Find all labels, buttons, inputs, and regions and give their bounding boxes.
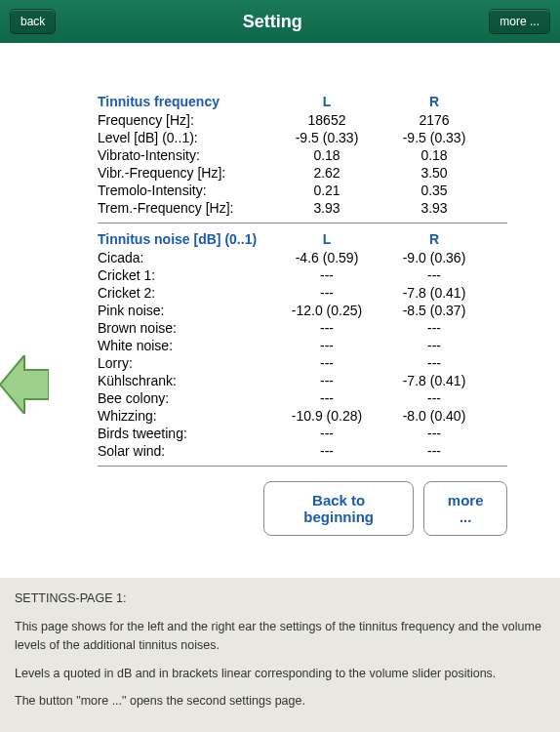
- noise-header-l: L: [273, 231, 380, 247]
- navbar: back Setting more ...: [0, 0, 560, 43]
- table-row: Trem.-Frequency [Hz]:3.933.93: [98, 199, 507, 217]
- footer-p3: The button "more ..." opens the second s…: [15, 692, 545, 711]
- footer-p1: This page shows for the left and the rig…: [15, 618, 545, 655]
- row-label: Solar wind:: [98, 443, 273, 459]
- table-row: Level [dB] (0..1):-9.5 (0.33)-9.5 (0.33): [98, 129, 507, 146]
- table-row: Frequency [Hz]:186522176: [98, 111, 507, 129]
- row-value-l: -9.5 (0.33): [273, 130, 380, 145]
- row-value-l: 18652: [273, 112, 380, 128]
- freq-header-r: R: [380, 94, 488, 109]
- row-label: Vibrato-Intensity:: [98, 147, 273, 163]
- row-label: Trem.-Frequency [Hz]:: [98, 200, 273, 216]
- row-label: Lorry:: [98, 355, 273, 371]
- row-label: Birds tweeting:: [98, 426, 273, 441]
- row-label: Cicada:: [98, 250, 273, 265]
- row-value-l: 0.18: [273, 147, 380, 163]
- row-value-l: ---: [273, 426, 380, 441]
- table-row: White noise:------: [98, 337, 507, 354]
- noise-header-r: R: [380, 231, 488, 247]
- row-value-l: -4.6 (0.59): [273, 250, 380, 265]
- row-label: Vibr.-Frequency [Hz]:: [98, 165, 273, 181]
- table-row: Pink noise:-12.0 (0.25)-8.5 (0.37): [98, 302, 507, 319]
- table-row: Cricket 1:------: [98, 266, 507, 284]
- bottom-buttons: Back to beginning more ...: [263, 481, 507, 536]
- row-value-l: ---: [273, 390, 380, 406]
- row-value-r: 3.50: [380, 165, 488, 181]
- table-row: Vibr.-Frequency [Hz]:2.623.50: [98, 164, 507, 182]
- table-row: Bee colony:------: [98, 389, 507, 407]
- row-label: Cricket 1:: [98, 267, 273, 283]
- row-value-r: 3.93: [380, 200, 488, 216]
- more-button[interactable]: more ...: [423, 481, 507, 536]
- row-value-r: ---: [380, 390, 488, 406]
- row-value-r: ---: [380, 355, 488, 371]
- table-row: Tremolo-Intensity:0.210.35: [98, 182, 507, 199]
- row-label: Brown noise:: [98, 320, 273, 336]
- row-value-l: -10.9 (0.28): [273, 408, 380, 424]
- row-value-r: -7.8 (0.41): [380, 285, 488, 301]
- footer-description: SETTINGS-PAGE 1: This page shows for the…: [0, 578, 560, 732]
- divider: [98, 223, 507, 224]
- row-value-l: ---: [273, 355, 380, 371]
- footer-title: SETTINGS-PAGE 1:: [15, 590, 545, 608]
- row-value-r: -7.8 (0.41): [380, 373, 488, 388]
- table-row: Cicada:-4.6 (0.59)-9.0 (0.36): [98, 249, 507, 266]
- table-row: Cricket 2:----7.8 (0.41): [98, 284, 507, 302]
- row-value-l: ---: [273, 443, 380, 459]
- page-title: Setting: [243, 12, 302, 32]
- row-label: Level [dB] (0..1):: [98, 130, 273, 145]
- row-label: Bee colony:: [98, 390, 273, 406]
- footer-p2: Levels a quoted in dB and in brackets li…: [15, 665, 545, 683]
- row-value-r: ---: [380, 338, 488, 353]
- back-button[interactable]: back: [10, 9, 56, 34]
- row-label: Frequency [Hz]:: [98, 112, 273, 128]
- row-value-l: ---: [273, 320, 380, 336]
- row-value-l: ---: [273, 285, 380, 301]
- row-value-r: -9.5 (0.33): [380, 130, 488, 145]
- noise-header-label: Tinnitus noise [dB] (0..1): [98, 231, 273, 247]
- row-value-r: -9.0 (0.36): [380, 250, 488, 265]
- row-value-l: 2.62: [273, 165, 380, 181]
- row-value-r: ---: [380, 267, 488, 283]
- table-row: Birds tweeting:------: [98, 425, 507, 442]
- row-value-r: 0.18: [380, 147, 488, 163]
- row-label: Whizzing:: [98, 408, 273, 424]
- freq-header-l: L: [273, 94, 380, 109]
- table-row: Kühlschrank:----7.8 (0.41): [98, 372, 507, 389]
- row-value-r: 0.35: [380, 183, 488, 198]
- row-label: Pink noise:: [98, 303, 273, 318]
- content-area: Tinnitus frequency L R Frequency [Hz]:18…: [0, 43, 560, 546]
- back-to-beginning-button[interactable]: Back to beginning: [263, 481, 414, 536]
- row-value-r: ---: [380, 443, 488, 459]
- freq-section-header: Tinnitus frequency L R: [98, 92, 507, 111]
- row-value-l: ---: [273, 373, 380, 388]
- settings-table: Tinnitus frequency L R Frequency [Hz]:18…: [98, 92, 507, 536]
- row-value-l: -12.0 (0.25): [273, 303, 380, 318]
- table-row: Whizzing:-10.9 (0.28)-8.0 (0.40): [98, 407, 507, 425]
- noise-section-header: Tinnitus noise [dB] (0..1) L R: [98, 229, 507, 249]
- row-value-l: ---: [273, 338, 380, 353]
- table-row: Solar wind:------: [98, 442, 507, 460]
- row-value-r: 2176: [380, 112, 488, 128]
- divider: [98, 466, 507, 467]
- row-label: Cricket 2:: [98, 285, 273, 301]
- row-value-r: -8.0 (0.40): [380, 408, 488, 424]
- row-value-l: ---: [273, 267, 380, 283]
- table-row: Lorry:------: [98, 354, 507, 372]
- row-value-r: ---: [380, 320, 488, 336]
- table-row: Vibrato-Intensity:0.180.18: [98, 146, 507, 164]
- row-value-l: 3.93: [273, 200, 380, 216]
- row-value-l: 0.21: [273, 183, 380, 198]
- freq-header-label: Tinnitus frequency: [98, 94, 273, 109]
- left-arrow-icon[interactable]: [0, 355, 49, 414]
- more-nav-button[interactable]: more ...: [489, 9, 550, 34]
- row-label: Kühlschrank:: [98, 373, 273, 388]
- table-row: Brown noise:------: [98, 319, 507, 337]
- row-label: Tremolo-Intensity:: [98, 183, 273, 198]
- row-label: White noise:: [98, 338, 273, 353]
- row-value-r: ---: [380, 426, 488, 441]
- row-value-r: -8.5 (0.37): [380, 303, 488, 318]
